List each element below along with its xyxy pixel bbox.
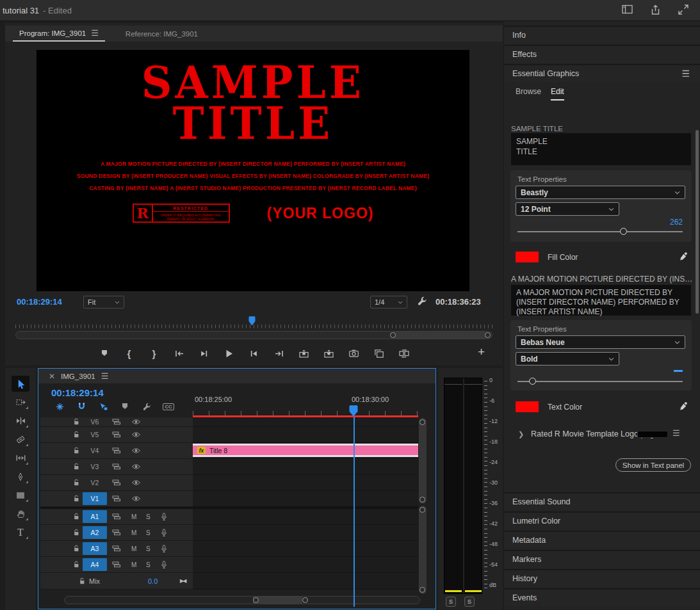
track-output-eye-icon[interactable] <box>131 463 141 470</box>
font-style-select-2[interactable]: Bold <box>516 352 619 365</box>
panel-menu-icon[interactable]: ☰ <box>91 29 99 37</box>
show-in-text-panel-button[interactable]: Show in Text panel <box>615 458 691 472</box>
monitor-scrollbar[interactable] <box>15 331 492 339</box>
monitor-playhead[interactable] <box>248 316 256 326</box>
mute-button[interactable]: M <box>131 561 136 568</box>
logo-layer-row[interactable]: ❯ Rated R Movie Template Logo.png ☰ <box>504 429 700 442</box>
go-to-in-icon[interactable] <box>174 348 185 359</box>
slider-handle[interactable] <box>620 228 627 235</box>
font-style-select-1[interactable]: 12 Point <box>516 202 619 216</box>
snap-magnet-icon[interactable] <box>76 402 87 411</box>
mute-button[interactable]: M <box>131 545 136 552</box>
panel-menu-icon[interactable]: ☰ <box>681 69 690 78</box>
voiceover-mic-icon[interactable] <box>161 561 167 569</box>
track-output-eye-icon[interactable] <box>131 495 141 502</box>
timeline-timecode[interactable]: 00:18:29:14 <box>51 387 104 398</box>
solo-button[interactable]: S <box>146 529 151 536</box>
panel-header-events[interactable]: Events <box>504 588 700 606</box>
lock-icon[interactable] <box>79 577 86 585</box>
close-panel-icon[interactable]: ✕ <box>49 372 55 381</box>
font-family-select-2[interactable]: Bebas Neue <box>516 335 685 349</box>
timeline-horizontal-scrollbar[interactable] <box>64 596 420 604</box>
track-label[interactable]: A3 <box>83 542 107 554</box>
monitor-scroll-handle-right[interactable] <box>485 332 491 338</box>
track-label[interactable]: V6 <box>83 418 107 425</box>
playback-resolution-select[interactable]: 1/4 <box>370 296 407 309</box>
track-label[interactable]: V4 <box>83 444 107 456</box>
go-to-out-icon[interactable] <box>273 348 285 359</box>
fill-color-swatch[interactable] <box>516 252 539 262</box>
sync-lock-icon[interactable] <box>112 479 121 486</box>
panel-header-lumetri-color[interactable]: Lumetri Color <box>504 511 700 529</box>
tab-reference[interactable]: Reference: IMG_3901 <box>119 26 204 42</box>
mix-volume-value[interactable]: 0.0 <box>148 577 158 585</box>
panel-header-markers[interactable]: Markers <box>504 550 700 568</box>
lock-icon[interactable] <box>73 513 80 520</box>
layer1-text-input[interactable]: SAMPLE TITLE <box>511 133 691 165</box>
solo-button[interactable]: S <box>146 513 151 520</box>
razor-tool[interactable] <box>12 431 29 447</box>
sync-lock-icon[interactable] <box>112 529 121 536</box>
multicam-icon[interactable] <box>373 348 385 359</box>
panel-header-history[interactable]: History <box>504 569 700 587</box>
tab-program[interactable]: Program: IMG_3901☰ <box>13 26 105 42</box>
lock-icon[interactable] <box>73 463 80 470</box>
track-label[interactable]: A1 <box>83 510 107 522</box>
share-export-icon[interactable] <box>650 4 661 15</box>
timeline-settings-wrench-icon[interactable] <box>141 403 152 411</box>
solo-left-button[interactable]: S <box>446 597 456 607</box>
panel-header-essential-graphics[interactable]: Essential Graphics☰ <box>504 64 700 82</box>
track-label[interactable]: V2 <box>83 476 107 488</box>
clip-title-8[interactable]: fxTitle 8 <box>193 444 418 457</box>
tab-browse[interactable]: Browse <box>516 87 541 99</box>
sync-lock-icon[interactable] <box>112 463 121 470</box>
nest-toggle-icon[interactable] <box>54 403 65 411</box>
play-icon[interactable] <box>224 348 235 359</box>
lock-icon[interactable] <box>73 418 80 426</box>
track-output-eye-icon[interactable] <box>131 419 141 425</box>
mute-button[interactable]: M <box>131 529 136 536</box>
track-label[interactable]: A4 <box>83 558 107 570</box>
track-output-eye-icon[interactable] <box>131 479 141 486</box>
font-family-select-1[interactable]: Beastly <box>516 186 685 199</box>
voiceover-mic-icon[interactable] <box>161 529 167 537</box>
layer-menu-icon[interactable]: ☰ <box>672 429 680 437</box>
sync-lock-icon[interactable] <box>112 495 121 502</box>
track-label[interactable]: A2 <box>83 526 107 538</box>
mark-in-icon[interactable]: { <box>124 348 135 359</box>
lock-icon[interactable] <box>73 561 80 568</box>
text-color-swatch[interactable] <box>516 401 539 412</box>
track-select-forward-tool[interactable] <box>12 394 29 410</box>
track-label[interactable]: V3 <box>83 460 107 472</box>
monitor-scroll-handle-left[interactable] <box>390 332 396 338</box>
sync-lock-icon[interactable] <box>112 431 121 438</box>
layer1-label[interactable]: SAMPLE TITLE <box>511 125 694 132</box>
mute-button[interactable]: M <box>131 513 136 520</box>
eyedropper-icon[interactable] <box>680 401 688 410</box>
scroll-handle[interactable] <box>419 587 425 593</box>
scroll-handle[interactable] <box>419 497 425 502</box>
linked-selection-icon[interactable] <box>97 403 109 411</box>
sync-lock-icon[interactable] <box>112 545 121 552</box>
step-back-icon[interactable] <box>199 348 210 359</box>
font-size-slider[interactable] <box>517 231 683 232</box>
sidebar-scrollbar[interactable] <box>696 130 699 314</box>
logo-color-swatch[interactable] <box>637 431 668 438</box>
selection-tool[interactable] <box>12 376 29 392</box>
slider-handle[interactable] <box>529 378 536 385</box>
chevron-right-icon[interactable]: ❯ <box>518 430 524 438</box>
panel-layout-icon[interactable] <box>622 4 633 15</box>
keyframe-nav-icon[interactable]: ▶◀ <box>180 578 185 584</box>
add-marker-icon[interactable] <box>119 403 131 410</box>
layer2-text-input[interactable]: A MAJOR MOTION PICTURE DIRECTED BY (INSE… <box>511 285 691 316</box>
captions-icon[interactable]: CC <box>163 403 174 410</box>
panel-header-metadata[interactable]: Metadata <box>504 531 700 549</box>
zoom-level-select[interactable]: Fit <box>83 296 124 309</box>
add-marker-icon[interactable] <box>99 348 110 359</box>
panel-header-essential-sound[interactable]: Essential Sound <box>504 492 700 510</box>
font-size-slider[interactable] <box>517 381 683 382</box>
hand-tool[interactable] <box>12 506 29 522</box>
audio-meters[interactable] <box>444 378 482 594</box>
ripple-edit-tool[interactable] <box>12 413 29 429</box>
lock-icon[interactable] <box>73 529 80 536</box>
